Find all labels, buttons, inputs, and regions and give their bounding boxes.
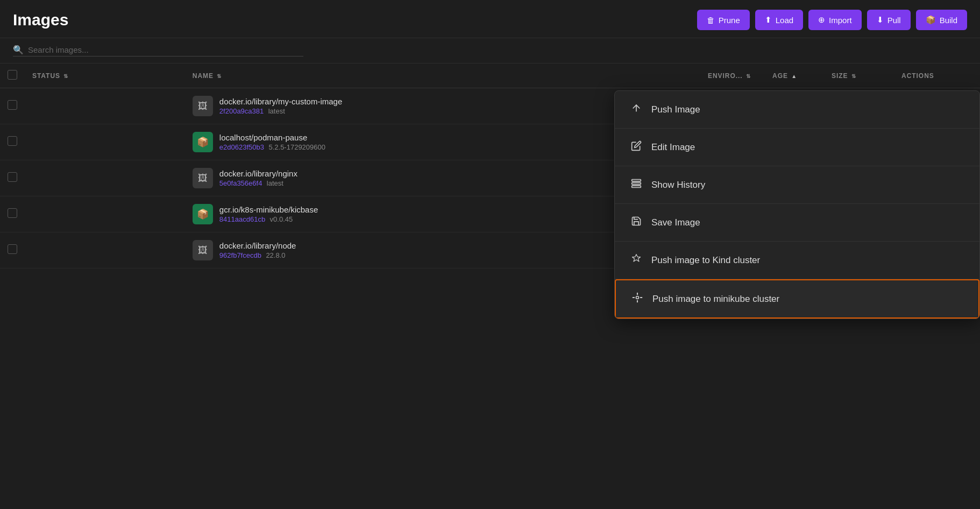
- row-status-cell: [25, 160, 185, 196]
- row-checkbox[interactable]: [8, 208, 17, 218]
- row-checkbox-cell: [0, 196, 25, 232]
- env-sort-icon: ⇅: [746, 73, 751, 79]
- row-checkbox[interactable]: [8, 100, 17, 110]
- context-menu-item-push-image[interactable]: Push Image: [615, 91, 979, 129]
- image-tag: latest: [267, 179, 283, 187]
- size-sort-icon: ⇅: [851, 73, 856, 79]
- select-all-checkbox[interactable]: [8, 70, 17, 80]
- context-menu-item-push-minikube[interactable]: Push image to minikube cluster: [615, 279, 979, 319]
- build-button[interactable]: 📦 Build: [916, 10, 967, 30]
- image-tag: 5.2.5-1729209600: [268, 143, 325, 151]
- row-checkbox[interactable]: [8, 172, 17, 182]
- menu-item-icon-push-minikube: [631, 292, 644, 306]
- image-name: gcr.io/k8s-minikube/kicbase: [219, 205, 318, 214]
- menu-item-label-push-kind: Push image to Kind cluster: [651, 255, 760, 266]
- image-icon: 📦: [193, 132, 213, 152]
- import-icon: ⊕: [818, 15, 825, 25]
- build-icon: 📦: [926, 15, 936, 25]
- age-sort-icon: ▲: [791, 73, 797, 79]
- image-icon: 🖼: [193, 168, 213, 188]
- header: Images 🗑 Prune ⬆ Load ⊕ Import ⬇ Pull 📦 …: [0, 0, 980, 38]
- context-menu-item-push-kind[interactable]: Push image to Kind cluster: [615, 242, 979, 279]
- svg-rect-5: [632, 180, 641, 181]
- page-title: Images: [13, 11, 68, 29]
- image-hash[interactable]: 8411aacd61cb: [219, 215, 265, 223]
- search-icon: 🔍: [13, 45, 24, 55]
- image-icon: 🖼: [193, 96, 213, 116]
- image-hash[interactable]: e2d0623f50b3: [219, 143, 264, 151]
- search-wrapper: 🔍: [13, 45, 303, 55]
- th-status: STATUS ⇅: [25, 63, 185, 88]
- image-icon: 📦: [193, 204, 213, 224]
- name-sort-icon: ⇅: [217, 73, 222, 79]
- image-tag: latest: [268, 107, 285, 115]
- image-hash[interactable]: 962fb7fcecdb: [219, 251, 261, 259]
- menu-item-icon-show-history: [630, 178, 643, 192]
- row-checkbox-cell: [0, 88, 25, 124]
- search-input[interactable]: [28, 45, 303, 54]
- menu-item-label-edit-image: Edit Image: [651, 142, 695, 153]
- context-menu-item-save-image[interactable]: Save Image: [615, 204, 979, 242]
- th-name: NAME ⇅: [185, 63, 700, 88]
- prune-icon: 🗑: [707, 16, 715, 25]
- load-icon: ⬆: [765, 15, 772, 25]
- menu-item-label-save-image: Save Image: [651, 217, 700, 228]
- menu-item-icon-push-image: [630, 103, 643, 116]
- row-checkbox-cell: [0, 232, 25, 268]
- pull-button[interactable]: ⬇ Pull: [867, 10, 911, 30]
- table-container: STATUS ⇅ NAME ⇅ ENVIRO... ⇅ AGE ▲ SIZE ⇅…: [0, 63, 980, 268]
- row-checkbox[interactable]: [8, 244, 17, 254]
- search-bar: 🔍: [0, 38, 980, 63]
- table-header: STATUS ⇅ NAME ⇅ ENVIRO... ⇅ AGE ▲ SIZE ⇅…: [0, 63, 980, 88]
- row-status-cell: [25, 124, 185, 160]
- menu-item-label-push-minikube: Push image to minikube cluster: [652, 294, 779, 305]
- row-status-cell: [25, 196, 185, 232]
- th-size: SIZE ⇅: [824, 63, 894, 88]
- row-checkbox[interactable]: [8, 136, 17, 146]
- image-name: docker.io/library/nginx: [219, 169, 297, 178]
- th-environment: ENVIRO... ⇅: [700, 63, 765, 88]
- th-age: AGE ▲: [765, 63, 824, 88]
- image-name: localhost/podman-pause: [219, 133, 325, 142]
- menu-item-icon-save-image: [630, 216, 643, 229]
- image-hash[interactable]: 5e0fa356e6f4: [219, 179, 262, 187]
- row-checkbox-cell: [0, 124, 25, 160]
- image-tag: 22.8.0: [266, 251, 285, 259]
- image-name: docker.io/library/my-custom-image: [219, 97, 342, 106]
- th-select-all: [0, 63, 25, 88]
- svg-rect-7: [632, 186, 641, 187]
- menu-item-icon-push-kind: [630, 253, 643, 267]
- menu-item-label-show-history: Show History: [651, 180, 705, 190]
- image-hash[interactable]: 2f200a9ca381: [219, 107, 264, 115]
- context-menu-item-edit-image[interactable]: Edit Image: [615, 129, 979, 166]
- th-actions: ACTIONS: [894, 63, 980, 88]
- menu-item-icon-edit-image: [630, 140, 643, 154]
- svg-point-8: [636, 296, 639, 299]
- image-icon: 🖼: [193, 240, 213, 260]
- row-status-cell: [25, 232, 185, 268]
- search-underline: [13, 56, 303, 56]
- load-button[interactable]: ⬆ Load: [755, 10, 803, 30]
- menu-item-label-push-image: Push Image: [651, 104, 700, 115]
- context-menu: Push Image Edit Image Show History Save …: [614, 90, 980, 319]
- image-tag: v0.0.45: [270, 215, 293, 223]
- svg-rect-6: [632, 182, 641, 184]
- import-button[interactable]: ⊕ Import: [808, 10, 862, 30]
- status-sort-icon: ⇅: [63, 73, 68, 79]
- row-checkbox-cell: [0, 160, 25, 196]
- pull-icon: ⬇: [877, 15, 884, 25]
- image-name: docker.io/library/node: [219, 241, 296, 250]
- row-status-cell: [25, 88, 185, 124]
- prune-button[interactable]: 🗑 Prune: [697, 10, 750, 30]
- context-menu-item-show-history[interactable]: Show History: [615, 166, 979, 204]
- header-actions: 🗑 Prune ⬆ Load ⊕ Import ⬇ Pull 📦 Build: [697, 10, 967, 30]
